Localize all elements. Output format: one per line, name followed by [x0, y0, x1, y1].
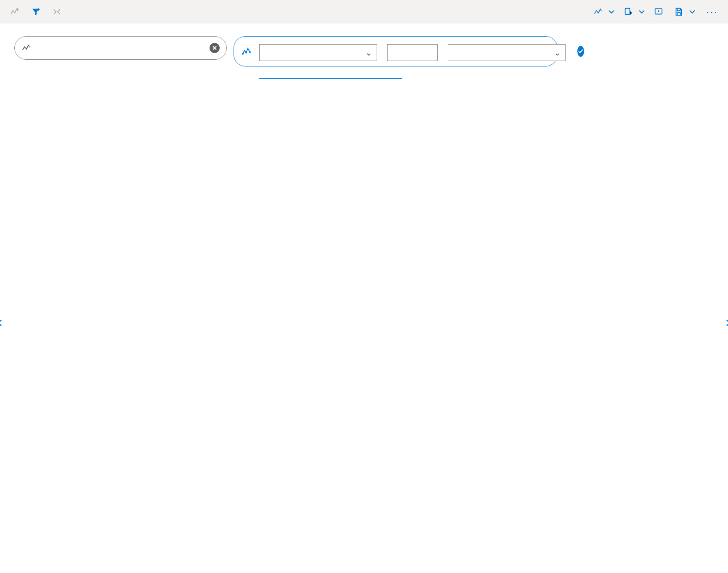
metric-icon [21, 43, 31, 53]
apply-split-button[interactable] [577, 46, 584, 57]
new-alert-button[interactable] [654, 7, 666, 16]
svg-point-3 [245, 52, 247, 53]
split-icon [52, 7, 61, 16]
prev-chart-button[interactable]: ‹ [0, 313, 2, 330]
values-field: ⌄ [259, 42, 377, 61]
add-filter-button[interactable] [31, 7, 44, 16]
apply-splitting-button[interactable] [52, 7, 65, 16]
alert-icon [654, 7, 663, 16]
line-chart-icon [593, 7, 603, 16]
chart-container: ‹ › [0, 103, 728, 573]
chevron-down-icon: ⌄ [554, 48, 561, 58]
svg-point-4 [249, 51, 251, 53]
filter-icon [31, 7, 40, 16]
chart-svg [46, 103, 728, 499]
more-actions-button[interactable]: ··· [706, 5, 718, 19]
svg-point-2 [242, 53, 244, 55]
limit-input[interactable] [387, 44, 438, 61]
sort-field: ⌄ [448, 42, 566, 61]
chevron-down-icon [688, 8, 696, 16]
split-lead-icon [242, 46, 252, 56]
values-select[interactable]: ⌄ [259, 44, 377, 61]
check-icon [577, 48, 584, 55]
sort-select[interactable]: ⌄ [448, 44, 566, 61]
chevron-down-icon: ⌄ [365, 48, 372, 58]
save-dashboard-button[interactable] [674, 7, 696, 16]
chart-config-row: ⌄ ⌄ [0, 24, 728, 71]
drill-logs-button[interactable] [624, 7, 646, 16]
add-metric-button[interactable] [10, 7, 23, 16]
add-metric-icon [10, 7, 19, 16]
limit-field [387, 42, 438, 61]
split-pill: ⌄ ⌄ [234, 36, 558, 66]
save-icon [674, 7, 683, 16]
chart-type-button[interactable] [593, 7, 615, 16]
logs-icon [624, 7, 633, 16]
values-dropdown [259, 78, 402, 79]
line-chart [25, 103, 715, 507]
metrics-toolbar: ··· [0, 0, 728, 24]
chevron-down-icon [608, 8, 615, 16]
metric-pill[interactable] [14, 36, 227, 60]
remove-metric-button[interactable] [210, 43, 220, 53]
svg-rect-0 [625, 8, 630, 15]
close-icon [212, 45, 217, 50]
chevron-down-icon [638, 8, 646, 16]
